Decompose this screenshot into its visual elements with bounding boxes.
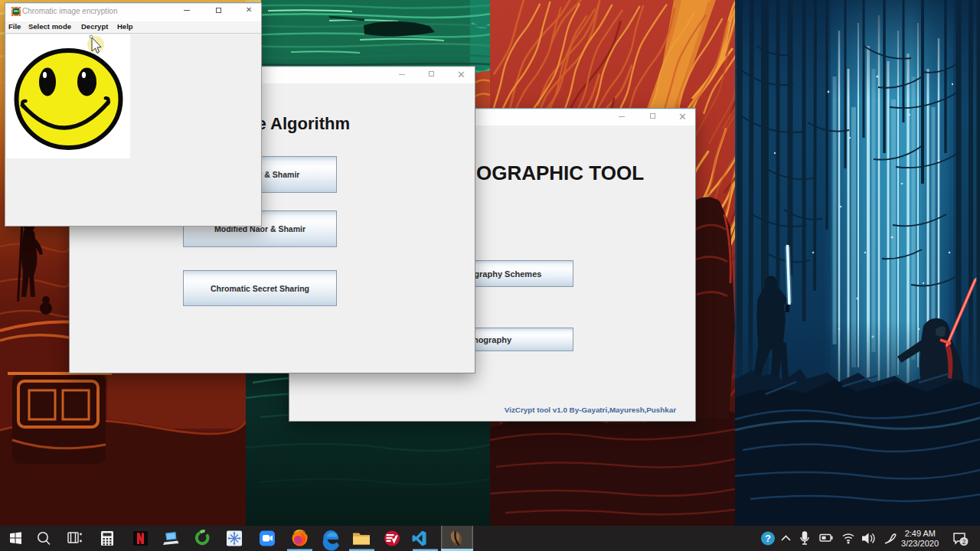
svg-text:2:49 AM: 2:49 AM	[905, 529, 936, 538]
svg-text:2: 2	[962, 538, 966, 546]
svg-text:3/23/2020: 3/23/2020	[901, 539, 939, 548]
svg-text:?: ?	[765, 533, 771, 544]
